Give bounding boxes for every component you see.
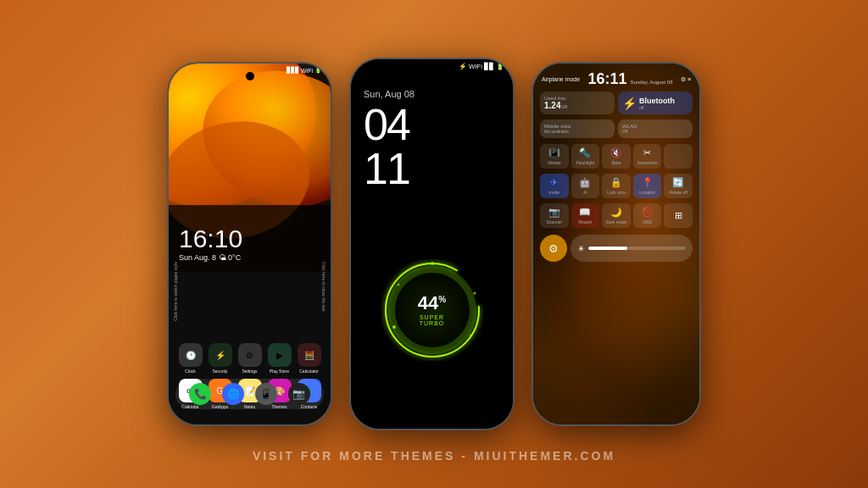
settings-bottom-icon: ⚙ <box>548 242 559 255</box>
brightness-bar <box>588 247 686 250</box>
phones-container: ▊▊▊ WiFi 🔋 Click here to switch pages st… <box>150 0 718 488</box>
apps-row-1: 🕐 Clock ⚡ Security ⚙ Settings ▶ Play Sto… <box>175 343 324 374</box>
app-security[interactable]: ⚡ Security <box>209 343 232 374</box>
turbo-info: 44% SUPER TURBO <box>407 294 458 326</box>
cc-tile-reading[interactable]: 📖 Readin <box>571 203 600 228</box>
wifi-icon-left: WiFi <box>301 68 313 74</box>
mute-label: Mute <box>611 160 620 165</box>
location-label: Location <box>639 190 655 195</box>
dnd-icon: 🚫 <box>642 207 654 218</box>
cc-tile-screenshot[interactable]: ✂ Screensho <box>633 144 662 169</box>
cc-bluetooth-card[interactable]: ⚡ Bluetooth off <box>618 92 693 114</box>
settings-icon-cc[interactable]: ⚙ <box>681 76 686 83</box>
turbo-container: 44% SUPER TURBO <box>381 259 483 361</box>
cc-tile-location[interactable]: 📍 Location <box>633 174 662 198</box>
cc-tile-rotate[interactable]: 🔄 Rotate off <box>664 174 693 198</box>
side-text-right: Click here to close the text <box>321 262 326 312</box>
cc-wlan-status: Off <box>622 129 688 134</box>
status-icons-center: ⚡ WiFi ▊▊ 🔋 <box>459 63 504 70</box>
cc-date: Sunday, August 08 <box>631 80 673 85</box>
turbo-percent: 44% <box>407 294 458 313</box>
dock-browser[interactable]: 🌐 <box>222 383 244 405</box>
cc-wlan-card[interactable]: WLAN Off <box>618 119 693 138</box>
lockscreen-label: Lock scre <box>607 190 625 195</box>
cc-mobile-card[interactable]: Mobile data Not available <box>540 119 615 138</box>
dock-camera[interactable]: 📷 <box>288 383 310 405</box>
cc-header-icons: ⚙ ≡ <box>681 76 691 83</box>
phone-center-screen: ⚡ WiFi ▊▊ 🔋 Sun, Aug 08 04 11 <box>351 59 513 429</box>
signal-icon-left: ▊▊▊ <box>287 67 299 74</box>
cc-tile-vibrate[interactable]: 📳 Vibrate <box>540 144 569 169</box>
control-center: Airplane mode 16:11 Sunday, August 08 ⚙ … <box>533 64 699 424</box>
mute-icon: 🔇 <box>610 147 622 158</box>
flashlight-label: Flashlight <box>576 160 594 165</box>
flashlight-icon: 🔦 <box>579 147 591 158</box>
airplane-label: mode <box>549 190 560 195</box>
lockscreen-icon: 🔒 <box>610 177 622 188</box>
svg-point-9 <box>473 292 476 295</box>
cc-bt-status: off <box>639 105 675 110</box>
clock-left: 16:10 Sun Aug. 8 🌤 0°C <box>179 226 242 262</box>
status-icons-left: ▊▊▊ WiFi 🔋 <box>287 67 322 74</box>
punch-hole-left <box>246 72 254 80</box>
scanner-label: Scanner <box>546 219 562 225</box>
battery-icon-center: 🔋 <box>496 63 504 70</box>
darkmode-label: Dark mode <box>606 219 626 225</box>
cc-tile-lockscreen[interactable]: 🔒 Lock scre <box>602 174 631 198</box>
cc-bottom-settings-btn[interactable]: ⚙ <box>540 235 567 262</box>
cc-cards: Used this: 1.24 GB ⚡ Bluetooth off <box>537 90 696 116</box>
battery-icon-left: 🔋 <box>314 67 322 74</box>
dock-bar-left: 📞 🌐 📱 📷 <box>175 379 324 409</box>
bluetooth-icon: ⚡ <box>622 97 637 110</box>
cc-tile-dnd[interactable]: 🚫 DND <box>633 203 662 228</box>
vibrate-label: Vibrate <box>548 160 561 165</box>
app-calculator[interactable]: 🧮 Calculator <box>298 343 321 374</box>
cc-data-unit: GB <box>561 104 567 109</box>
phone-right: Airplane mode 16:11 Sunday, August 08 ⚙ … <box>531 62 701 426</box>
cc-tile-extra: ⊞ <box>664 203 693 228</box>
cc-tile-airplane[interactable]: ✈ mode <box>540 174 569 198</box>
center-time-minutes: 11 <box>364 147 500 191</box>
bt-icon-center: ⚡ <box>459 63 467 70</box>
time-display-left: 16:10 <box>179 226 242 252</box>
rotate-icon: 🔄 <box>672 177 684 188</box>
cc-tile-mute[interactable]: 🔇 Mute <box>602 144 631 169</box>
svg-point-10 <box>469 335 471 337</box>
svg-point-12 <box>397 284 399 286</box>
app-clock[interactable]: 🕐 Clock <box>179 343 203 374</box>
cc-brightness-slider[interactable]: ☀ <box>570 235 693 262</box>
dock-files[interactable]: 📱 <box>255 383 277 405</box>
cc-tiles-row2: ✈ mode 🤖 Ai 🔒 Lock scre 📍 Location <box>537 172 696 200</box>
phone-left: ▊▊▊ WiFi 🔋 Click here to switch pages st… <box>167 62 332 426</box>
menu-icon-cc[interactable]: ≡ <box>687 76 691 83</box>
rotate-label: Rotate off <box>669 190 687 195</box>
cc-tiles-row1: 📳 Vibrate 🔦 Flashlight 🔇 Mute ✂ Screensh… <box>537 142 696 170</box>
svg-point-8 <box>431 262 434 265</box>
app-playstore[interactable]: ▶ Play Store <box>268 343 292 374</box>
darkmode-icon: 🌙 <box>610 207 622 218</box>
cc-tile-flashlight[interactable]: 🔦 Flashlight <box>571 144 600 169</box>
wifi-icon-center: WiFi <box>469 63 482 70</box>
punch-hole-center <box>428 68 437 76</box>
cc-tile-ai[interactable]: 🤖 Ai <box>571 174 600 198</box>
center-time-hours: 04 <box>364 103 500 147</box>
cc-tile-darkmode[interactable]: 🌙 Dark mode <box>602 203 631 228</box>
apps-grid-left: 🕐 Clock ⚡ Security ⚙ Settings ▶ Play Sto… <box>169 343 331 414</box>
svg-point-11 <box>392 325 396 329</box>
dock-phone[interactable]: 📞 <box>189 383 211 405</box>
brightness-icon: ☀ <box>577 244 585 253</box>
dnd-label: DND <box>643 219 652 225</box>
airplane-icon: ✈ <box>550 177 558 188</box>
cc-data-value: 1.24 <box>544 101 560 110</box>
cc-mobile-status: Not available <box>544 129 610 134</box>
cc-network-cards: Mobile data Not available WLAN Off <box>537 118 696 140</box>
cc-bt-label: Bluetooth <box>639 97 675 105</box>
phone-center: ⚡ WiFi ▊▊ 🔋 Sun, Aug 08 04 11 <box>349 58 515 430</box>
cc-data-card[interactable]: Used this: 1.24 GB <box>540 92 615 114</box>
app-settings[interactable]: ⚙ Settings <box>238 343 262 374</box>
cc-header: Airplane mode 16:11 Sunday, August 08 ⚙ … <box>537 67 696 90</box>
cc-tile-scanner[interactable]: 📷 Scanner <box>540 203 569 228</box>
brightness-fill <box>588 247 627 250</box>
cc-tiles-row3: 📷 Scanner 📖 Readin 🌙 Dark mode 🚫 DND <box>537 202 696 230</box>
vibrate-icon: 📳 <box>548 147 560 158</box>
